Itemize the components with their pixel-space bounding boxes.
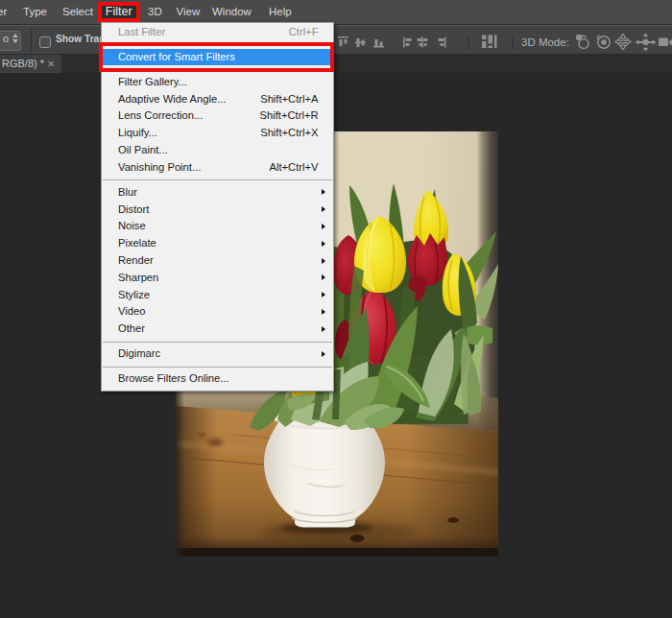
svg-text:3D Mode:: 3D Mode: (521, 36, 569, 48)
